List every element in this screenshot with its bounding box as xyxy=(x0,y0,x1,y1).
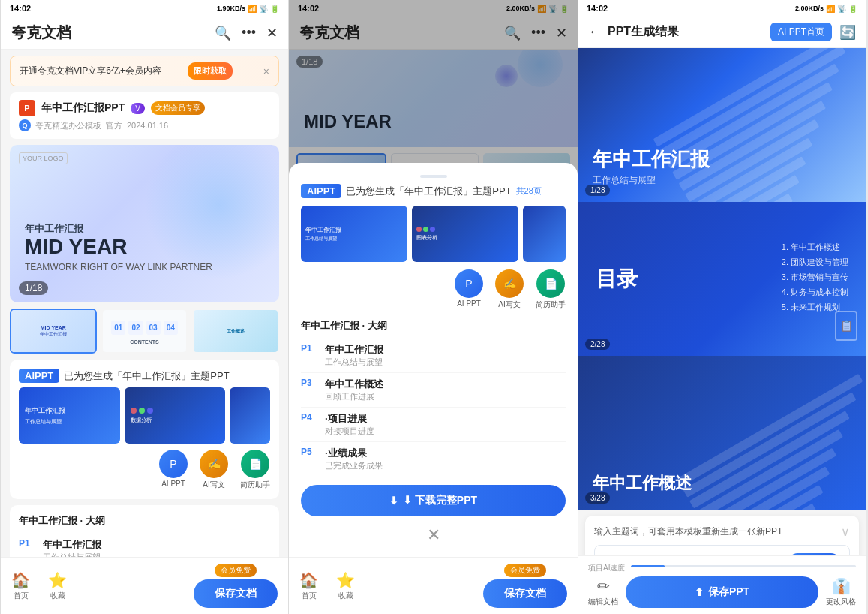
back-icon-3[interactable]: ← xyxy=(588,24,602,40)
popup-slide-2[interactable]: 图表分析 xyxy=(412,206,518,262)
fav-icon-item-2[interactable]: ⭐ 收藏 xyxy=(336,571,355,601)
status-icons-1: 1.90KB/s 📶 📡 🔋 xyxy=(217,5,279,13)
ppt-slide-3-1: 年中工作汇报 工作总结与展望 1/28 xyxy=(578,48,866,202)
ai-ppt-float-1[interactable]: P AI PPT xyxy=(159,450,188,490)
slide-sub-1: TEAMWORK RIGHT OF WAY LINK PARTNER xyxy=(25,262,264,272)
ai-ppt-circle-2: P xyxy=(455,269,483,298)
input-card-hint-3: 输入主题词，可套用本模板重新生成一张新PPT xyxy=(594,525,782,538)
popup-slide-partial[interactable] xyxy=(523,206,566,262)
save-btn-2[interactable]: 保存文档 xyxy=(483,579,567,608)
home-icon-item-1[interactable]: 🏠 首页 xyxy=(11,571,30,601)
page-count-2: 共28页 xyxy=(516,185,542,197)
home-icon-item-2[interactable]: 🏠 首页 xyxy=(299,571,318,601)
save-ppt-icon-3: ⬆ xyxy=(695,586,704,598)
thumb-1-1[interactable]: MID YEAR年中工作汇报 xyxy=(10,309,97,354)
status-bar-3: 14:02 2.00KB/s 📶 📡 🔋 xyxy=(578,0,866,17)
popup-card-2: AIPPT 已为您生成「年中工作汇报」主题PPT 共28页 年中工作汇报 工作总… xyxy=(289,163,578,557)
ppt-page-num-3-3: 3/28 xyxy=(585,492,610,504)
resume-label-2: 简历助手 xyxy=(536,299,566,310)
popup-outline-4: P5 ·业绩成果 已完成业务成果 xyxy=(301,442,566,476)
doc-meta-1: Q 夸克精选办公模板 官方 2024.01.16 xyxy=(19,119,270,131)
doc-official-1: 官方 xyxy=(106,120,122,131)
popup-outline-sub-1: 工作总结与展望 xyxy=(325,357,566,368)
resume-float-1[interactable]: 📄 简历助手 xyxy=(240,450,270,490)
panel3-title: PPT生成结果 xyxy=(608,24,679,40)
popup-close-2: ✕ xyxy=(301,525,566,545)
popup-slide-1[interactable]: 年中工作汇报 工作总结与展望 xyxy=(301,206,407,262)
aippt-desc-1: 已为您生成「年中工作汇报」主题PPT xyxy=(64,369,229,383)
network-speed-3: 2.00KB/s xyxy=(795,5,824,12)
popup-overlay-2: AIPPT 已为您生成「年中工作汇报」主题PPT 共28页 年中工作汇报 工作总… xyxy=(289,0,578,614)
promo-btn-1[interactable]: 限时获取 xyxy=(188,62,233,80)
save-btn-1[interactable]: 保存文档 xyxy=(194,579,278,608)
status-time-3: 14:02 xyxy=(587,4,608,13)
progress-label-3: 项目AI速度 xyxy=(588,563,625,573)
popup-outline-content-3: ·项目进展 对接项目进度 xyxy=(325,412,566,437)
promo-close-1[interactable]: × xyxy=(263,65,269,77)
toc-item-3-1: 1. 年中工作概述 xyxy=(782,242,848,253)
doc-name-1: 年中工作汇报PPT xyxy=(41,101,125,115)
popup-outline-page-3: P4 xyxy=(301,412,319,423)
search-icon-1[interactable]: 🔍 xyxy=(215,25,231,41)
doc-title-row-1: P 年中工作汇报PPT V 文档会员专享 xyxy=(19,100,270,116)
slide-num-1: 1/18 xyxy=(19,281,48,295)
toc-item-3-3: 3. 市场营销与宣传 xyxy=(782,272,848,283)
close-icon-1[interactable]: ✕ xyxy=(266,25,278,41)
chevron-down-icon-3[interactable]: ∨ xyxy=(841,525,850,539)
thumb-1-2[interactable]: 01 02 03 04 CONTENTS xyxy=(101,309,188,354)
battery-icon-1: 🔋 xyxy=(270,5,279,13)
slide-card-1-1[interactable]: 年中工作汇报 工作总结与展望 xyxy=(19,387,120,444)
ai-write-label-2: AI写文 xyxy=(498,299,520,310)
thumb-1-3[interactable]: 工作概述 xyxy=(192,309,279,354)
promo-banner-1[interactable]: 开通夸克文档VIP立享6亿+会员内容 限时获取 × xyxy=(10,56,279,86)
resume-float-2[interactable]: 📄 简历助手 xyxy=(536,269,566,310)
panel3-nav-right: AI PPT首页 🔄 xyxy=(770,23,856,41)
refresh-icon-3[interactable]: 🔄 xyxy=(839,24,856,41)
style-icon-3: 👔 xyxy=(832,577,851,595)
slides-preview-1: 年中工作汇报 工作总结与展望 数据分析 xyxy=(19,387,270,444)
resume-circle-1: 📄 xyxy=(241,450,269,478)
ai-ppt-float-2[interactable]: P AI PPT xyxy=(455,269,483,310)
signal-icon-1: 📶 xyxy=(248,5,257,13)
toc-item-3-2: 2. 团队建设与管理 xyxy=(782,257,848,268)
member-badge-1: 会员免费 xyxy=(215,564,257,577)
thumb-img-1-1: MID YEAR年中工作汇报 xyxy=(11,310,95,352)
ai-write-circle-2: ✍ xyxy=(495,269,524,298)
popup-outline-content-1: 年中工作汇报 工作总结与展望 xyxy=(325,343,566,368)
slide-card-1-3[interactable] xyxy=(230,387,270,444)
home-icon-2: 🏠 xyxy=(299,571,318,589)
save-container-1: 会员免费 保存文档 xyxy=(194,564,278,608)
scroll-content-1: 开通夸克文档VIP立享6亿+会员内容 限时获取 × P 年中工作汇报PPT V … xyxy=(1,50,288,614)
popup-outline-main-1: 年中工作汇报 xyxy=(325,343,566,357)
popup-close-icon-2[interactable]: ✕ xyxy=(427,525,440,545)
download-btn-2[interactable]: ⬇ ⬇ 下载完整PPT xyxy=(301,485,566,516)
bottom-bar-1: 🏠 首页 ⭐ 收藏 会员免费 保存文档 xyxy=(1,557,288,614)
fav-icon-2: ⭐ xyxy=(336,571,355,589)
app-title-1: 夸克文档 xyxy=(11,23,71,43)
popup-outline-sub-2: 回顾工作进展 xyxy=(325,391,566,402)
ai-ppt-label-1: AI PPT xyxy=(161,480,185,488)
edit-doc-action-3[interactable]: ✏ 编辑文档 xyxy=(588,577,618,607)
popup-outline-3: P4 ·项目进展 对接项目进度 xyxy=(301,408,566,442)
preview-logo-1: YOUR LOGO xyxy=(19,152,68,164)
fav-icon-item-1[interactable]: ⭐ 收藏 xyxy=(48,571,67,601)
ai-write-float-1[interactable]: ✍ AI写文 xyxy=(200,450,228,490)
slide-icon-3-2: 📋 xyxy=(835,311,857,341)
slide-card-1-2[interactable]: 数据分析 xyxy=(125,387,226,444)
preview-main-text-1: 年中工作汇报 MID YEAR TEAMWORK RIGHT OF WAY LI… xyxy=(25,222,264,272)
fav-label-2: 收藏 xyxy=(338,591,353,601)
ai-write-label-1: AI写文 xyxy=(203,480,224,490)
popup-close-row-2 xyxy=(301,175,566,178)
aippt-desc-2: 已为您生成「年中工作汇报」主题PPT xyxy=(346,185,511,198)
more-icon-1[interactable]: ••• xyxy=(242,25,256,41)
panel-1: 14:02 1.90KB/s 📶 📡 🔋 夸克文档 🔍 ••• ✕ 开通夸克文档… xyxy=(0,0,289,614)
ai-ppt-label-2: AI PPT xyxy=(457,299,481,308)
ppt-slide-3-3: 年中工作概述 3/28 xyxy=(578,356,866,510)
panel-3: 14:02 2.00KB/s 📶 📡 🔋 ← PPT生成结果 AI PPT首页 … xyxy=(578,0,866,614)
save-ppt-btn-3[interactable]: ⬆ 保存PPT xyxy=(626,576,818,608)
home-label-1: 首页 xyxy=(14,591,29,601)
panel3-ai-home-btn[interactable]: AI PPT首页 xyxy=(770,23,832,41)
popup-outline-content-4: ·业绩成果 已完成业务成果 xyxy=(325,447,566,471)
ai-write-float-2[interactable]: ✍ AI写文 xyxy=(495,269,524,310)
change-style-action-3[interactable]: 👔 更改风格 xyxy=(826,577,856,607)
